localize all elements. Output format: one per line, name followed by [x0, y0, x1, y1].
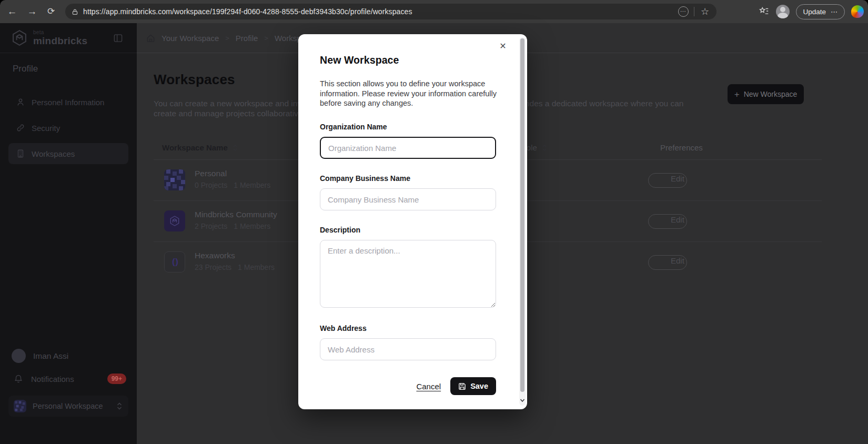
plus-icon: +	[734, 90, 740, 99]
page-actions-icon[interactable]: ⋯	[678, 6, 689, 17]
mindbricks-logo-icon	[11, 29, 28, 47]
browser-toolbar: ← → ⟳ https://app.mindbricks.com/workspa…	[0, 0, 868, 23]
reload-icon[interactable]: ⟳	[44, 5, 58, 18]
column-header-workspace-name[interactable]: Workspace Name	[162, 143, 238, 152]
sidebar-collapse-icon[interactable]	[113, 33, 123, 43]
company-business-name-label: Company Business Name	[320, 174, 496, 183]
modal-title: New Workspace	[320, 54, 399, 66]
workspace-name: Mindbricks Community	[195, 210, 277, 219]
sort-icon	[541, 144, 548, 152]
new-workspace-button[interactable]: + New Workspace	[728, 84, 804, 104]
sidebar-section-title: Profile	[13, 64, 137, 74]
screen: ← → ⟳ https://app.mindbricks.com/workspa…	[0, 0, 868, 444]
breadcrumb-your-workspace[interactable]: Your Workspace	[162, 34, 219, 43]
sidebar-item-workspaces[interactable]: Workspaces	[8, 143, 128, 164]
back-icon[interactable]: ←	[5, 5, 19, 18]
scroll-down-icon[interactable]	[519, 396, 526, 405]
workspace-switcher-label: Personal Workspace	[33, 402, 109, 410]
modal-description: This section allows you to define your w…	[320, 79, 500, 108]
breadcrumb-profile[interactable]: Profile	[236, 34, 258, 43]
web-address-label: Web Address	[320, 324, 496, 332]
workspace-projects: 0 Projects	[195, 181, 227, 189]
address-bar[interactable]: https://app.mindbricks.com/workspace/199…	[65, 4, 716, 19]
workspace-members: 1 Members	[238, 263, 275, 271]
workspace-switcher[interactable]: Personal Workspace	[8, 396, 128, 417]
sidebar-header: beta mindbricks	[0, 23, 137, 53]
organization-name-label: Organization Name	[320, 123, 496, 131]
description-label: Description	[320, 226, 496, 234]
page-title: Workspaces	[154, 72, 235, 88]
sidebar-item-security[interactable]: Security	[8, 117, 128, 138]
column-header-label: Workspace Name	[162, 143, 228, 152]
save-disk-icon	[458, 382, 466, 390]
organization-name-field[interactable]	[320, 137, 496, 159]
favorite-star-icon[interactable]: ☆	[700, 6, 710, 17]
workspace-switcher-avatar	[14, 400, 26, 412]
scrollbar-thumb[interactable]	[520, 38, 524, 392]
update-button[interactable]: Update ⋯	[796, 4, 845, 19]
save-button-label: Save	[470, 382, 488, 390]
notifications-row[interactable]: Notifications 99+	[14, 374, 126, 384]
person-icon	[16, 97, 25, 107]
user-avatar	[12, 349, 26, 363]
link-icon	[16, 123, 25, 133]
new-workspace-button-label: New Workspace	[744, 90, 798, 98]
notifications-badge: 99+	[107, 374, 126, 384]
bell-icon	[14, 374, 23, 384]
sidebar-item-label: Workspaces	[32, 149, 75, 158]
role-dropdown[interactable]	[648, 255, 687, 270]
workspace-projects: 2 Projects	[195, 222, 227, 230]
sidebar-item-label: Personel Information	[32, 98, 104, 107]
copilot-icon[interactable]	[851, 5, 864, 18]
sidebar-item-label: Security	[32, 124, 60, 133]
sidebar-item-personal-information[interactable]: Personel Information	[8, 92, 128, 113]
workspace-projects: 23 Projects	[195, 263, 231, 271]
role-dropdown[interactable]	[648, 214, 687, 229]
lock-icon	[72, 8, 78, 15]
workspace-avatar	[164, 210, 185, 231]
cancel-button[interactable]: Cancel	[416, 382, 441, 391]
favorites-bar-icon[interactable]	[758, 6, 770, 17]
modal-scrollbar[interactable]	[519, 37, 526, 406]
workspace-avatar: ( )	[164, 251, 185, 273]
user-name: Iman Assi	[33, 351, 68, 361]
user-profile-row[interactable]: Iman Assi	[12, 349, 68, 363]
breadcrumb-separator: >	[264, 34, 268, 42]
workspace-avatar	[164, 169, 185, 190]
web-address-field[interactable]	[320, 338, 496, 360]
divider	[694, 7, 694, 16]
browser-profile-avatar[interactable]	[776, 5, 790, 18]
workspace-members: 1 Members	[234, 222, 270, 230]
column-header-preferences: Preferences	[660, 143, 703, 152]
chevron-updown-icon	[116, 402, 123, 410]
new-workspace-modal: ✕ New Workspace This section allows you …	[298, 34, 527, 409]
forward-icon[interactable]: →	[25, 5, 39, 18]
sidebar-nav: Personel Information Security Workspaces	[8, 92, 128, 164]
company-business-name-field[interactable]	[320, 188, 496, 210]
save-button[interactable]: Save	[450, 377, 496, 395]
home-icon[interactable]	[146, 34, 155, 43]
url-text[interactable]: https://app.mindbricks.com/workspace/199…	[83, 7, 678, 16]
browser-menu-icon[interactable]: ⋯	[831, 8, 838, 16]
notifications-label: Notifications	[31, 375, 99, 384]
close-icon[interactable]: ✕	[498, 42, 508, 51]
breadcrumb-separator: >	[225, 34, 229, 42]
workspace-name: Hexaworks	[195, 251, 235, 260]
brand-name: mindbricks	[33, 36, 87, 46]
sort-icon	[232, 144, 238, 152]
beta-tag: beta	[33, 30, 87, 35]
description-field[interactable]	[320, 240, 496, 308]
update-label: Update	[803, 8, 826, 16]
building-icon	[16, 149, 25, 158]
sidebar: beta mindbricks Profile Personel Informa…	[0, 23, 137, 444]
workspace-name: Personal	[195, 169, 227, 178]
brand: beta mindbricks	[11, 29, 87, 47]
role-dropdown[interactable]	[648, 173, 687, 188]
workspace-members: 1 Members	[234, 181, 270, 189]
